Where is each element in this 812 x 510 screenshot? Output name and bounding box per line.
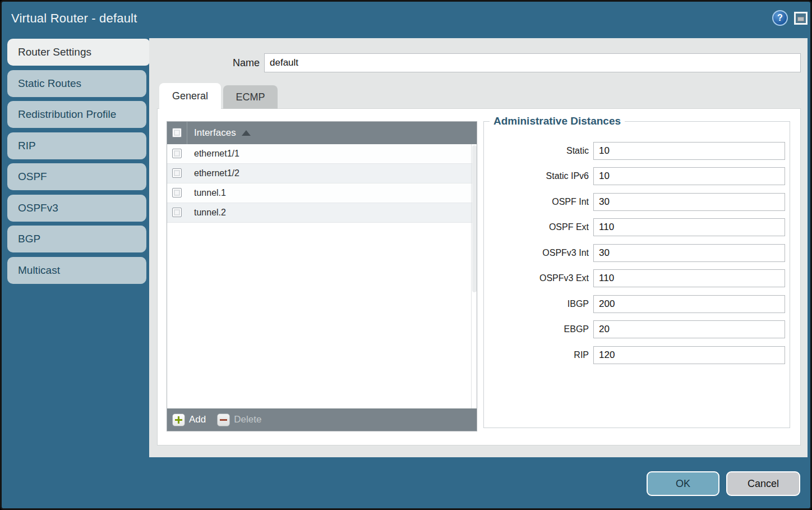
field-row-static-ipv6: Static IPv6	[484, 167, 790, 185]
row-checkbox[interactable]	[172, 208, 182, 217]
general-tab-panel: Interfaces ethernet1/1 ethernet1/2 tunne…	[157, 108, 801, 445]
add-button-label: Add	[189, 414, 206, 425]
virtual-router-dialog: Virtual Router - default ? Router Settin…	[0, 0, 812, 510]
sort-ascending-icon[interactable]	[242, 130, 251, 136]
table-row[interactable]: tunnel.1	[167, 183, 477, 203]
table-gutter-line	[471, 144, 472, 410]
rip-input[interactable]	[593, 346, 785, 364]
interfaces-table-header[interactable]: Interfaces	[167, 122, 477, 144]
interfaces-column-header: Interfaces	[194, 127, 236, 139]
administrative-distances-legend: Administrative Distances	[490, 115, 625, 127]
sidebar-item-bgp[interactable]: BGP	[7, 226, 146, 252]
field-row-rip: RIP	[484, 346, 790, 364]
table-scrollbar-thumb[interactable]	[472, 145, 477, 292]
ospf-int-label: OSPF Int	[484, 193, 589, 211]
dialog-title: Virtual Router - default	[11, 11, 137, 26]
sidebar-item-redistribution-profile[interactable]: Redistribution Profile	[7, 101, 146, 128]
sidebar-item-rip[interactable]: RIP	[7, 132, 146, 159]
sidebar-item-multicast[interactable]: Multicast	[7, 257, 146, 284]
interface-name: ethernet1/2	[194, 164, 239, 183]
ospfv3-int-input[interactable]	[593, 244, 785, 262]
ok-button[interactable]: OK	[647, 471, 719, 496]
tab-ecmp[interactable]: ECMP	[223, 85, 278, 109]
window-restore-icon-inner	[797, 17, 804, 21]
cancel-button[interactable]: Cancel	[726, 471, 800, 496]
field-row-ospfv3-int: OSPFv3 Int	[484, 244, 790, 262]
ospfv3-int-label: OSPFv3 Int	[484, 244, 589, 262]
ibgp-input[interactable]	[593, 295, 785, 313]
interface-name: tunnel.1	[194, 183, 226, 203]
sidebar-item-static-routes[interactable]: Static Routes	[7, 70, 146, 97]
sidebar-item-ospfv3[interactable]: OSPFv3	[7, 195, 146, 222]
ospfv3-ext-input[interactable]	[593, 269, 785, 287]
ospf-ext-input[interactable]	[593, 218, 785, 236]
delete-icon	[217, 413, 230, 426]
table-row[interactable]: ethernet1/2	[167, 164, 477, 183]
interface-name: ethernet1/1	[194, 144, 239, 163]
interfaces-table: Interfaces ethernet1/1 ethernet1/2 tunne…	[167, 121, 477, 431]
tab-general[interactable]: General	[159, 83, 221, 109]
static-ipv6-input[interactable]	[593, 167, 785, 185]
field-row-static: Static	[484, 142, 790, 160]
row-checkbox[interactable]	[172, 188, 182, 197]
row-checkbox[interactable]	[172, 149, 182, 158]
add-icon	[172, 413, 185, 426]
delete-button-label: Delete	[234, 414, 261, 425]
select-all-checkbox[interactable]	[172, 128, 182, 137]
sidebar-item-ospf[interactable]: OSPF	[7, 163, 146, 190]
field-row-ibgp: IBGP	[484, 295, 790, 313]
interfaces-table-footer: Add Delete	[167, 408, 477, 431]
column-separator	[187, 122, 187, 144]
window-restore-icon[interactable]	[794, 12, 808, 25]
ebgp-label: EBGP	[484, 320, 589, 338]
name-input[interactable]	[264, 53, 801, 72]
administrative-distances-fieldset: Administrative Distances Static Static I…	[483, 121, 790, 428]
add-button[interactable]: Add	[172, 413, 206, 426]
static-input[interactable]	[593, 142, 785, 160]
name-label: Name	[149, 53, 260, 72]
field-row-ospfv3-ext: OSPFv3 Ext	[484, 269, 790, 287]
ospf-ext-label: OSPF Ext	[484, 218, 589, 236]
delete-button[interactable]: Delete	[217, 413, 261, 426]
ebgp-input[interactable]	[593, 320, 785, 338]
content-panel: Name General ECMP Interfaces ethernet1/1	[149, 38, 808, 457]
ospf-int-input[interactable]	[593, 193, 785, 211]
field-row-ospf-int: OSPF Int	[484, 193, 790, 211]
row-checkbox[interactable]	[172, 168, 182, 178]
interface-name: tunnel.2	[194, 203, 226, 222]
static-label: Static	[484, 142, 589, 160]
ospfv3-ext-label: OSPFv3 Ext	[484, 269, 589, 287]
help-icon[interactable]: ?	[772, 10, 788, 26]
field-row-ebgp: EBGP	[484, 320, 790, 338]
rip-label: RIP	[484, 346, 589, 364]
static-ipv6-label: Static IPv6	[484, 167, 589, 185]
ibgp-label: IBGP	[484, 295, 589, 313]
table-row[interactable]: tunnel.2	[167, 203, 477, 223]
field-row-ospf-ext: OSPF Ext	[484, 218, 790, 236]
table-row[interactable]: ethernet1/1	[167, 144, 477, 164]
sidebar-item-router-settings[interactable]: Router Settings	[7, 39, 150, 66]
help-icon-glyph: ?	[777, 13, 783, 23]
